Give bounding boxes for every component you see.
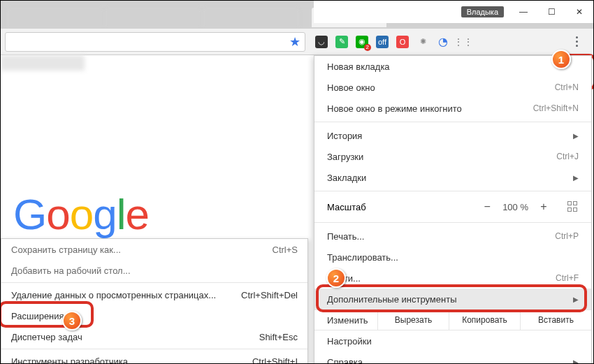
callout-marker-3: 3 xyxy=(62,311,82,330)
menu-item-more-tools[interactable]: Дополнительные инструменты▶ xyxy=(314,289,591,310)
minimize-button[interactable]: — xyxy=(509,1,537,22)
titlebar: Владыка — ☐ ✕ xyxy=(314,1,593,23)
opera-icon[interactable]: O xyxy=(396,36,409,48)
menu-item-find[interactable]: Найти...Ctrl+F xyxy=(314,268,591,289)
edit-row: Изменить Вырезать Копировать Вставить xyxy=(314,310,591,330)
menu-item-new-window[interactable]: Новое окноCtrl+N xyxy=(314,77,591,98)
menu-item-incognito[interactable]: Новое окно в режиме инкогнитоCtrl+Shift+… xyxy=(314,98,591,119)
menu-item-task-manager[interactable]: Диспетчер задач Shift+Esc xyxy=(1,326,307,347)
menu-item-save-page[interactable]: Сохранить страницу как... Ctrl+S xyxy=(1,239,307,260)
blurred-content xyxy=(1,55,85,71)
menu-item-help[interactable]: Справка▶ xyxy=(314,351,591,364)
tab-inactive[interactable] xyxy=(6,8,104,29)
maximize-button[interactable]: ☐ xyxy=(537,1,565,22)
menu-item-cast[interactable]: Транслировать... xyxy=(314,247,591,268)
chrome-menu-button[interactable] xyxy=(564,32,589,52)
callout-marker-1: 1 xyxy=(551,50,571,69)
google-logo: Google xyxy=(13,189,149,239)
zoom-in-button[interactable]: + xyxy=(539,201,548,213)
chrome-main-menu: Новая вкладка Новое окноCtrl+N Новое окн… xyxy=(314,55,592,364)
paste-button[interactable]: Вставить xyxy=(520,310,591,330)
bookmark-star-icon[interactable]: ★ xyxy=(289,34,300,50)
extension-icon[interactable]: ◉2 xyxy=(356,36,368,48)
extension-icon[interactable]: ✺ xyxy=(416,36,429,48)
menu-item-history[interactable]: История▶ xyxy=(314,125,591,146)
menu-item-clear-data[interactable]: Удаление данных о просмотренных страница… xyxy=(1,284,307,305)
menu-item-add-desktop[interactable]: Добавить на рабочий стол... xyxy=(1,260,307,281)
evernote-icon[interactable]: ✎ xyxy=(335,36,348,48)
tab-inactive[interactable] xyxy=(202,8,300,29)
zoom-value: 100 % xyxy=(502,202,528,212)
menu-item-settings[interactable]: Настройки xyxy=(314,330,591,351)
tab-inactive[interactable] xyxy=(104,8,202,29)
callout-marker-2: 2 xyxy=(326,268,346,288)
menu-item-new-tab[interactable]: Новая вкладка xyxy=(314,56,591,77)
menu-item-extensions[interactable]: Расширения xyxy=(1,305,307,326)
toolbar: ★ ◡ ✎ ◉2 off O ✺ ◔ ⋮⋮ xyxy=(1,29,593,55)
separator xyxy=(314,122,591,122)
fullscreen-icon[interactable] xyxy=(567,201,579,212)
menu-item-print[interactable]: Печать...Ctrl+P xyxy=(314,226,591,247)
extension-icon[interactable]: off xyxy=(376,36,389,48)
cut-button[interactable]: Вырезать xyxy=(377,310,449,330)
copy-button[interactable]: Копировать xyxy=(449,310,520,330)
separator xyxy=(314,222,591,223)
close-button[interactable]: ✕ xyxy=(565,1,593,22)
omnibox[interactable]: ★ xyxy=(5,32,305,52)
extension-icon[interactable]: ⋮⋮ xyxy=(457,36,470,48)
pocket-icon[interactable]: ◡ xyxy=(315,36,328,48)
extension-icon[interactable]: ◔ xyxy=(437,36,449,48)
user-badge[interactable]: Владыка xyxy=(461,6,504,17)
separator xyxy=(1,349,307,349)
menu-item-bookmarks[interactable]: Закладки▶ xyxy=(314,167,591,188)
extension-icons: ◡ ✎ ◉2 off O ✺ ◔ ⋮⋮ xyxy=(315,36,470,48)
menu-item-downloads[interactable]: ЗагрузкиCtrl+J xyxy=(314,146,591,167)
menu-item-zoom: Масштаб − 100 % + xyxy=(314,194,591,219)
separator xyxy=(314,191,591,191)
more-tools-submenu: Сохранить страницу как... Ctrl+S Добавит… xyxy=(1,238,308,364)
zoom-out-button[interactable]: − xyxy=(483,201,491,213)
menu-item-dev-tools[interactable]: Инструменты разработчика Ctrl+Shift+I xyxy=(1,351,307,364)
separator xyxy=(1,282,307,283)
